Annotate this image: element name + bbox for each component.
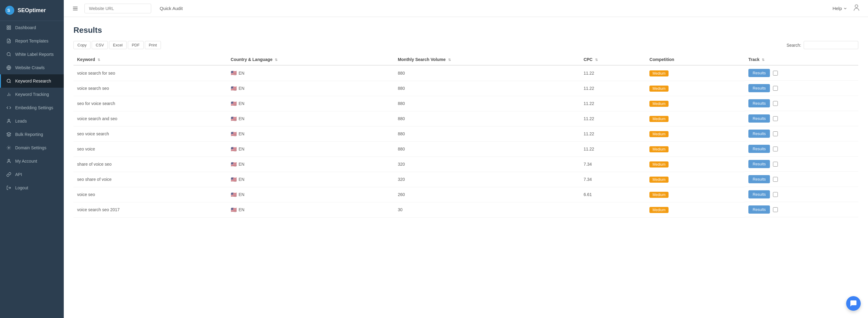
sidebar-item-website-crawls-label: Website Crawls bbox=[15, 65, 44, 70]
language-code: EN bbox=[239, 147, 244, 151]
track-checkbox[interactable] bbox=[773, 131, 778, 136]
url-input[interactable] bbox=[84, 4, 151, 13]
cell-keyword: voice search for seo bbox=[73, 65, 227, 81]
col-keyword[interactable]: Keyword ⇅ bbox=[73, 54, 227, 65]
track-checkbox[interactable] bbox=[773, 86, 778, 91]
globe-icon bbox=[6, 65, 11, 70]
results-button[interactable]: Results bbox=[748, 69, 770, 77]
cell-track: Results bbox=[745, 172, 858, 187]
track-checkbox[interactable] bbox=[773, 101, 778, 106]
competition-badge: Medium bbox=[649, 177, 669, 183]
col-cpc[interactable]: CPC ⇅ bbox=[580, 54, 646, 65]
settings-icon bbox=[6, 145, 11, 151]
flag-icon: 🇺🇸 bbox=[231, 192, 237, 197]
track-checkbox[interactable] bbox=[773, 162, 778, 167]
cell-keyword: voice seo bbox=[73, 187, 227, 202]
sidebar-item-website-crawls[interactable]: Website Crawls bbox=[0, 61, 64, 74]
results-button[interactable]: Results bbox=[748, 145, 770, 153]
track-checkbox[interactable] bbox=[773, 207, 778, 212]
code-icon bbox=[6, 105, 11, 110]
cell-keyword: share of voice seo bbox=[73, 157, 227, 172]
pdf-button[interactable]: PDF bbox=[128, 41, 144, 49]
sidebar-item-keyword-tracking-label: Keyword Tracking bbox=[15, 92, 49, 97]
track-checkbox[interactable] bbox=[773, 147, 778, 151]
sidebar-item-keyword-research[interactable]: Keyword Research bbox=[0, 74, 64, 88]
results-button[interactable]: Results bbox=[748, 190, 770, 198]
cell-volume: 880 bbox=[394, 96, 580, 111]
sort-icon-volume: ⇅ bbox=[448, 58, 451, 62]
logo-text: SEOptimer bbox=[18, 7, 46, 14]
svg-line-13 bbox=[10, 82, 11, 83]
table-body: voice search for seo 🇺🇸 EN 880 11.22 Med… bbox=[73, 65, 858, 217]
tag-icon bbox=[6, 52, 11, 57]
results-button[interactable]: Results bbox=[748, 115, 770, 123]
cell-country: 🇺🇸 EN bbox=[227, 141, 394, 157]
quick-audit-button[interactable]: Quick Audit bbox=[156, 4, 186, 13]
col-track[interactable]: Track ⇅ bbox=[745, 54, 858, 65]
sidebar-item-leads[interactable]: Leads bbox=[0, 115, 64, 128]
sidebar-item-leads-label: Leads bbox=[15, 119, 27, 124]
search-icon bbox=[6, 78, 11, 84]
cell-volume: 320 bbox=[394, 157, 580, 172]
cell-track: Results bbox=[745, 81, 858, 96]
competition-badge: Medium bbox=[649, 146, 669, 152]
cell-track: Results bbox=[745, 187, 858, 202]
sidebar-item-api[interactable]: API bbox=[0, 168, 64, 181]
cell-cpc: 11.22 bbox=[580, 111, 646, 126]
competition-badge: Medium bbox=[649, 207, 669, 213]
sidebar-item-report-templates[interactable]: Report Templates bbox=[0, 34, 64, 47]
cell-volume: 30 bbox=[394, 202, 580, 217]
language-code: EN bbox=[239, 101, 244, 106]
sidebar-item-keyword-tracking[interactable]: Keyword Tracking bbox=[0, 88, 64, 101]
sidebar-item-logout[interactable]: Logout bbox=[0, 181, 64, 194]
track-checkbox[interactable] bbox=[773, 71, 778, 75]
user-avatar-icon[interactable] bbox=[852, 4, 861, 13]
results-button[interactable]: Results bbox=[748, 160, 770, 168]
col-country-language[interactable]: Country & Language ⇅ bbox=[227, 54, 394, 65]
language-code: EN bbox=[239, 71, 244, 75]
search-input[interactable] bbox=[804, 41, 858, 49]
sidebar-item-domain-settings[interactable]: Domain Settings bbox=[0, 141, 64, 154]
results-button[interactable]: Results bbox=[748, 205, 770, 214]
cell-competition: Medium bbox=[646, 187, 745, 202]
language-code: EN bbox=[239, 131, 244, 136]
help-button[interactable]: Help bbox=[833, 6, 847, 11]
svg-marker-18 bbox=[7, 132, 11, 134]
sidebar-item-api-label: API bbox=[15, 172, 22, 177]
sidebar-item-dashboard[interactable]: Dashboard bbox=[0, 21, 64, 34]
cell-cpc bbox=[580, 202, 646, 217]
chat-bubble-button[interactable] bbox=[846, 296, 861, 311]
print-button[interactable]: Print bbox=[145, 41, 161, 49]
track-checkbox[interactable] bbox=[773, 177, 778, 182]
table-row: voice search seo 🇺🇸 EN 880 11.22 Medium … bbox=[73, 81, 858, 96]
track-checkbox[interactable] bbox=[773, 116, 778, 121]
cell-country: 🇺🇸 EN bbox=[227, 172, 394, 187]
sidebar-item-my-account[interactable]: My Account bbox=[0, 154, 64, 168]
excel-button[interactable]: Excel bbox=[109, 41, 127, 49]
cell-country: 🇺🇸 EN bbox=[227, 96, 394, 111]
results-button[interactable]: Results bbox=[748, 84, 770, 92]
sidebar-item-white-label[interactable]: White Label Reports bbox=[0, 47, 64, 61]
cell-competition: Medium bbox=[646, 65, 745, 81]
flag-icon: 🇺🇸 bbox=[231, 208, 237, 212]
cell-competition: Medium bbox=[646, 157, 745, 172]
results-button[interactable]: Results bbox=[748, 99, 770, 107]
col-competition[interactable]: Competition bbox=[646, 54, 745, 65]
table-row: share of voice seo 🇺🇸 EN 320 7.34 Medium… bbox=[73, 157, 858, 172]
competition-badge: Medium bbox=[649, 116, 669, 122]
csv-button[interactable]: CSV bbox=[92, 41, 108, 49]
file-text-icon bbox=[6, 38, 11, 44]
results-button[interactable]: Results bbox=[748, 175, 770, 183]
col-search-volume[interactable]: Monthly Search Volume ⇅ bbox=[394, 54, 580, 65]
search-label: Search: bbox=[787, 43, 801, 47]
flag-icon: 🇺🇸 bbox=[231, 147, 237, 151]
sidebar-item-bulk-reporting[interactable]: Bulk Reporting bbox=[0, 128, 64, 141]
results-button[interactable]: Results bbox=[748, 130, 770, 138]
cell-track: Results bbox=[745, 202, 858, 217]
copy-button[interactable]: Copy bbox=[73, 41, 91, 49]
competition-badge: Medium bbox=[649, 192, 669, 198]
hamburger-button[interactable] bbox=[71, 4, 80, 13]
track-checkbox[interactable] bbox=[773, 192, 778, 197]
sidebar-item-dashboard-label: Dashboard bbox=[15, 25, 36, 30]
sidebar-item-embedding-settings[interactable]: Embedding Settings bbox=[0, 101, 64, 115]
